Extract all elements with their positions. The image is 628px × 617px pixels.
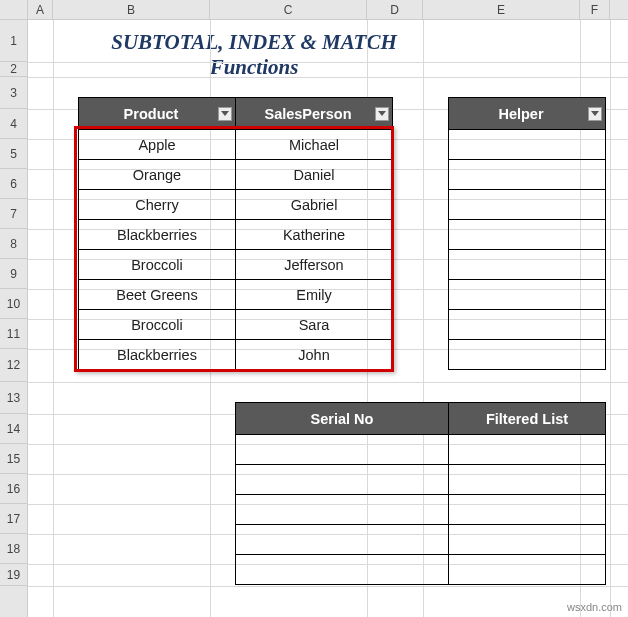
table-row xyxy=(236,555,606,585)
col-header-E[interactable]: E xyxy=(423,0,580,19)
row-header-17[interactable]: 17 xyxy=(0,504,27,534)
row-header-13[interactable]: 13 xyxy=(0,382,27,414)
header-serial-no[interactable]: Serial No xyxy=(236,403,449,435)
table-row: BlackberriesKatherine xyxy=(79,220,606,250)
sheet-content[interactable]: SUBTOTAL, INDEX & MATCH Functions Produc… xyxy=(28,20,628,617)
cell-product[interactable]: Beet Greens xyxy=(79,280,236,310)
row-header-12[interactable]: 12 xyxy=(0,349,27,382)
cell-helper[interactable] xyxy=(449,250,606,280)
cell-empty[interactable] xyxy=(449,435,606,465)
cell-product[interactable]: Broccoli xyxy=(79,250,236,280)
row-header-2[interactable]: 2 xyxy=(0,62,27,77)
row-header-4[interactable]: 4 xyxy=(0,109,27,139)
page-title: SUBTOTAL, INDEX & MATCH Functions xyxy=(78,30,430,80)
cell-empty[interactable] xyxy=(236,465,449,495)
table-row xyxy=(236,525,606,555)
cell-empty[interactable] xyxy=(236,555,449,585)
header-helper[interactable]: Helper xyxy=(449,98,606,130)
column-headers: ABCDEF xyxy=(0,0,628,20)
cell-product[interactable]: Cherry xyxy=(79,190,236,220)
table-row: OrangeDaniel xyxy=(79,160,606,190)
cell-helper[interactable] xyxy=(449,130,606,160)
table-row: BroccoliJefferson xyxy=(79,250,606,280)
row-header-14[interactable]: 14 xyxy=(0,414,27,444)
cell-empty[interactable] xyxy=(449,555,606,585)
cell-helper[interactable] xyxy=(449,220,606,250)
watermark: wsxdn.com xyxy=(567,601,622,613)
row-header-1[interactable]: 1 xyxy=(0,20,27,62)
col-header-F[interactable]: F xyxy=(580,0,610,19)
table-row xyxy=(236,495,606,525)
row-headers: 12345678910111213141516171819 xyxy=(0,20,28,617)
row-header-19[interactable]: 19 xyxy=(0,564,27,586)
row-header-18[interactable]: 18 xyxy=(0,534,27,564)
row-header-11[interactable]: 11 xyxy=(0,319,27,349)
row-header-9[interactable]: 9 xyxy=(0,259,27,289)
cell-empty[interactable] xyxy=(236,525,449,555)
row-header-5[interactable]: 5 xyxy=(0,139,27,169)
col-header-A[interactable]: A xyxy=(28,0,53,19)
filter-dropdown-icon[interactable] xyxy=(375,107,389,121)
cell-salesperson[interactable]: Sara xyxy=(236,310,393,340)
cell-empty[interactable] xyxy=(236,495,449,525)
col-header-D[interactable]: D xyxy=(367,0,423,19)
cell-helper[interactable] xyxy=(449,340,606,370)
cell-empty[interactable] xyxy=(449,495,606,525)
filter-dropdown-icon[interactable] xyxy=(218,107,232,121)
cell-product[interactable]: Blackberries xyxy=(79,340,236,370)
header-product[interactable]: Product xyxy=(79,98,236,130)
cell-salesperson[interactable]: Jefferson xyxy=(236,250,393,280)
cell-product[interactable]: Apple xyxy=(79,130,236,160)
cell-helper[interactable] xyxy=(449,160,606,190)
row-header-8[interactable]: 8 xyxy=(0,229,27,259)
cell-salesperson[interactable]: Emily xyxy=(236,280,393,310)
row-header-16[interactable]: 16 xyxy=(0,474,27,504)
table-row: BlackberriesJohn xyxy=(79,340,606,370)
cell-empty[interactable] xyxy=(449,525,606,555)
col-header-B[interactable]: B xyxy=(53,0,210,19)
filtered-table: Serial NoFiltered List xyxy=(235,402,606,585)
cell-empty[interactable] xyxy=(449,465,606,495)
row-header-3[interactable]: 3 xyxy=(0,77,27,109)
cell-salesperson[interactable]: Daniel xyxy=(236,160,393,190)
table-row xyxy=(236,465,606,495)
filter-dropdown-icon[interactable] xyxy=(588,107,602,121)
cell-empty[interactable] xyxy=(236,435,449,465)
table-row xyxy=(236,435,606,465)
cell-helper[interactable] xyxy=(449,310,606,340)
header-filtered-list[interactable]: Filtered List xyxy=(449,403,606,435)
cell-product[interactable]: Blackberries xyxy=(79,220,236,250)
table-row: CherryGabriel xyxy=(79,190,606,220)
cell-salesperson[interactable]: Michael xyxy=(236,130,393,160)
cell-product[interactable]: Broccoli xyxy=(79,310,236,340)
table-row: Beet GreensEmily xyxy=(79,280,606,310)
row-header-15[interactable]: 15 xyxy=(0,444,27,474)
col-header-C[interactable]: C xyxy=(210,0,367,19)
cell-salesperson[interactable]: Gabriel xyxy=(236,190,393,220)
cell-helper[interactable] xyxy=(449,190,606,220)
data-table: ProductSalesPersonHelperAppleMichaelOran… xyxy=(78,97,606,370)
cell-salesperson[interactable]: John xyxy=(236,340,393,370)
cell-helper[interactable] xyxy=(449,280,606,310)
table-row: AppleMichael xyxy=(79,130,606,160)
cell-product[interactable]: Orange xyxy=(79,160,236,190)
cell-salesperson[interactable]: Katherine xyxy=(236,220,393,250)
select-all-corner[interactable] xyxy=(0,0,28,19)
header-salesperson[interactable]: SalesPerson xyxy=(236,98,393,130)
row-header-10[interactable]: 10 xyxy=(0,289,27,319)
table-row: BroccoliSara xyxy=(79,310,606,340)
row-header-7[interactable]: 7 xyxy=(0,199,27,229)
row-header-6[interactable]: 6 xyxy=(0,169,27,199)
